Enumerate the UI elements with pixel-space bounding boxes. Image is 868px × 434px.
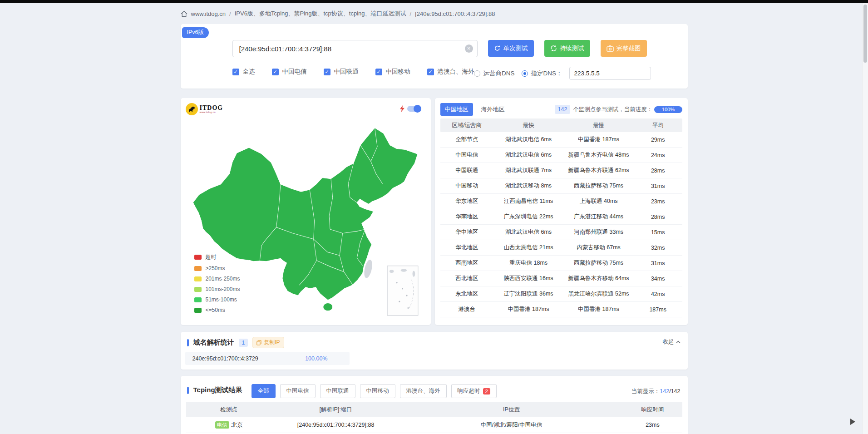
region-cell: 中国移动: [440, 182, 493, 190]
carrier-checkbox[interactable]: ✓ 港澳台、海外: [427, 68, 474, 76]
legend-color-swatch: [194, 255, 202, 260]
breadcrumb-site[interactable]: www.itdog.cn: [191, 10, 226, 17]
region-panel-header: 中国地区 海外地区 142 个监测点参与测试，当前进度： 100%: [440, 103, 682, 116]
screenshot-label: 完整截图: [616, 44, 641, 53]
legend-label: 51ms-100ms: [206, 296, 237, 303]
screenshot-button[interactable]: 完整截图: [601, 40, 647, 57]
fastest-cell: 山西太原电信 21ms: [493, 244, 564, 252]
breadcrumb-page[interactable]: IPV6版、多地Tcping、禁Ping版、tcp协议、tcping、端口延迟测…: [235, 10, 406, 18]
table-row[interactable]: 港澳台 中国香港 187ms 中国香港 187ms 187ms: [440, 302, 682, 317]
filter-label: 中国联通: [326, 387, 349, 395]
carrier-checkbox-label: 中国移动: [386, 68, 410, 76]
itdog-logo[interactable]: ITDOG www.itdog.cn: [186, 103, 223, 115]
table-row[interactable]: 东北地区 辽宁沈阳联通 36ms 黑龙江哈尔滨联通 52ms 42ms: [440, 286, 682, 302]
target-input[interactable]: [232, 40, 478, 57]
hainan-region[interactable]: [323, 303, 332, 311]
filter-button[interactable]: 中国电信: [280, 384, 316, 398]
clear-input-icon[interactable]: ×: [465, 44, 473, 53]
average-cell: 28ms: [634, 214, 682, 220]
custom-dns-radio[interactable]: 指定DNS：: [522, 69, 562, 78]
carrier-checkbox[interactable]: ✓ 中国联通: [324, 68, 359, 76]
single-test-label: 单次测试: [503, 44, 528, 53]
table-row[interactable]: 中国联通 湖北武汉联通 7ms 新疆乌鲁木齐联通 62ms 28ms: [440, 163, 682, 178]
col-header: 最快: [493, 122, 564, 129]
filter-button[interactable]: 响应超时 2: [451, 384, 497, 398]
filter-button[interactable]: 中国移动: [360, 384, 395, 398]
map-mode-toggle[interactable]: [407, 106, 421, 112]
carrier-checkbox[interactable]: ✓ 中国移动: [375, 68, 410, 76]
legend-color-swatch: [194, 308, 202, 313]
continuous-test-button[interactable]: 持续测试: [544, 40, 590, 57]
table-row[interactable]: 华南地区 广东深圳电信 22ms 广东湛江移动 44ms 28ms: [440, 209, 682, 225]
region-cell: 中国联通: [440, 167, 493, 174]
fastest-cell: 湖北武汉电信 6ms: [493, 136, 564, 143]
fastest-cell: 湖北武汉电信 6ms: [493, 228, 564, 236]
carrier-checkbox-label: 中国电信: [282, 68, 307, 76]
filter-button[interactable]: 全部: [252, 384, 276, 398]
average-cell: 31ms: [634, 260, 682, 266]
single-test-button[interactable]: 单次测试: [488, 40, 534, 57]
filter-button[interactable]: 中国联通: [320, 384, 355, 398]
region-tab[interactable]: 中国地区: [440, 103, 473, 116]
scrollbar-thumb[interactable]: [863, 5, 867, 63]
region-cell: 全部节点: [440, 136, 493, 143]
average-cell: 29ms: [634, 137, 682, 143]
copy-ip-button[interactable]: 复制IP: [252, 337, 284, 348]
average-cell: 31ms: [634, 183, 682, 189]
table-row[interactable]: 电信北京 [240e:95d:c01:700::4:3729]:88 中国/湖北…: [186, 417, 682, 433]
legend-label: 101ms-200ms: [206, 286, 240, 292]
table-row[interactable]: 中国移动 湖北武汉移动 8ms 西藏拉萨移动 75ms 31ms: [440, 178, 682, 194]
fastest-cell: 中国香港 187ms: [493, 306, 564, 313]
collapse-button[interactable]: 收起: [663, 338, 681, 346]
slowest-cell: 新疆乌鲁木齐电信 48ms: [563, 151, 634, 159]
table-row[interactable]: 华北地区 山西太原电信 21ms 内蒙古移动 67ms 32ms: [440, 240, 682, 256]
home-icon: [181, 10, 187, 17]
fastest-cell: 湖北武汉联通 7ms: [493, 167, 564, 174]
fastest-cell: 陕西西安联通 16ms: [493, 275, 564, 282]
carrier-checkbox[interactable]: ✓ 全选: [232, 68, 255, 76]
table-row[interactable]: 华中地区 湖北武汉电信 6ms 河南郑州联通 33ms 15ms: [440, 225, 682, 240]
version-tag: IPv6版: [182, 27, 209, 38]
lightning-icon: [400, 105, 404, 112]
region-tab[interactable]: 海外地区: [477, 103, 509, 116]
breadcrumb: www.itdog.cn / IPV6版、多地Tcping、禁Ping版、tcp…: [181, 9, 688, 18]
tcping-table: 检测点 [解析IP]:端口 IP位置 响应时间 电信北京 [240e:95d:c…: [186, 402, 682, 433]
corner-widget-icon[interactable]: [850, 419, 855, 425]
scrollbar[interactable]: [862, 0, 868, 434]
copy-icon: [256, 340, 261, 345]
col-header: 检测点: [186, 406, 272, 414]
carrier-dns-radio[interactable]: 运营商DNS: [474, 69, 515, 78]
table-row[interactable]: 全部节点 湖北武汉电信 6ms 中国香港 187ms 29ms: [440, 132, 682, 148]
table-row[interactable]: 华东地区 江西南昌电信 11ms 上海联通 40ms 23ms: [440, 194, 682, 209]
region-tabs: 中国地区 海外地区: [440, 103, 509, 116]
display-count: 当前显示：142/142: [631, 388, 681, 395]
table-row[interactable]: 中国电信 湖北武汉电信 6ms 新疆乌鲁木齐电信 48ms 24ms: [440, 148, 682, 163]
legend-color-swatch: [194, 266, 202, 271]
table-row[interactable]: 西北地区 陕西西安联通 16ms 新疆乌鲁木齐移动 64ms 34ms: [440, 271, 682, 286]
filter-button[interactable]: 港澳台、海外: [400, 384, 447, 398]
legend-label: 超时: [206, 253, 217, 261]
table-row[interactable]: 西南地区 重庆电信 18ms 西藏拉萨移动 75ms 31ms: [440, 256, 682, 271]
dns-input[interactable]: [569, 67, 651, 80]
region-table-header: 区域/运营商 最快 最慢 平均: [440, 118, 682, 132]
browser-top-bar: [0, 0, 868, 3]
slowest-cell: 中国香港 187ms: [563, 136, 634, 143]
carrier-checkbox[interactable]: ✓ 中国电信: [272, 68, 307, 76]
dns-entry-row[interactable]: 240e:95d:c01:700::4:3729 100.00%: [185, 352, 350, 365]
legend-item: <=50ms: [194, 307, 240, 313]
region-table-body: 全部节点 湖北武汉电信 6ms 中国香港 187ms 29ms 中国电信 湖北武…: [440, 132, 682, 317]
slowest-cell: 河南郑州联通 33ms: [563, 228, 634, 236]
continuous-test-label: 持续测试: [560, 44, 584, 53]
slowest-cell: 新疆乌鲁木齐联通 62ms: [563, 167, 634, 174]
collapse-label: 收起: [663, 338, 674, 346]
dog-logo-icon: [186, 103, 198, 115]
carrier-checkbox-group: ✓ 全选 ✓ 中国电信 ✓ 中国联通 ✓ 中国移动: [232, 68, 474, 76]
radio-off-icon: [474, 70, 480, 77]
legend-item: 超时: [194, 253, 240, 261]
region-cell: 港澳台: [440, 306, 493, 313]
legend-label: 201ms-250ms: [206, 276, 240, 282]
refresh-icon: [494, 45, 501, 52]
fastest-cell: 辽宁沈阳联通 36ms: [493, 290, 564, 298]
custom-dns-label: 指定DNS：: [531, 69, 562, 78]
slowest-cell: 黑龙江哈尔滨联通 52ms: [563, 290, 634, 298]
